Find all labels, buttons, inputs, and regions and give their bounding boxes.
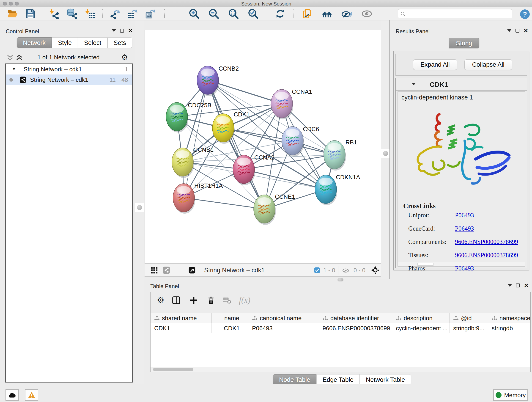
protein-node-CDC6[interactable] (282, 127, 303, 155)
results-panel-menu-icon[interactable] (507, 29, 511, 32)
protein-node-CCNE1[interactable] (254, 195, 275, 223)
column-header[interactable]: name (212, 313, 248, 323)
search-input[interactable] (408, 10, 510, 18)
control-panel-close-icon[interactable]: ✕ (128, 29, 133, 32)
results-panel-close-icon[interactable]: ✕ (524, 29, 528, 32)
zoom-fit-icon[interactable] (228, 8, 239, 19)
warning-icon (28, 391, 36, 399)
node-label-CCNB1: CCNB1 (193, 146, 214, 153)
memory-button[interactable]: Memory (493, 389, 528, 401)
protein-node-CCNA2[interactable] (233, 155, 254, 184)
compartments-link[interactable]: 9606.ENSP00000378699 (455, 238, 518, 245)
tab-sets[interactable]: Sets (108, 37, 132, 48)
collection-count: 1 (125, 64, 128, 75)
add-column-icon[interactable] (189, 296, 198, 305)
protein-node-CDK1[interactable] (212, 114, 234, 142)
hide-eye-icon[interactable] (341, 8, 352, 19)
tissues-link[interactable]: 9606.ENSP00000378699 (455, 252, 518, 259)
table-panel-float-icon[interactable] (516, 283, 520, 287)
zoom-in-icon[interactable] (189, 8, 200, 19)
column-header[interactable]: namespace (488, 313, 530, 323)
table-panel-menu-icon[interactable] (508, 284, 512, 287)
function-builder-icon[interactable]: f(x) (239, 295, 250, 305)
import-network-database-icon[interactable] (67, 8, 78, 19)
table-hscrollbar[interactable] (151, 367, 530, 372)
left-splitter[interactable] (135, 20, 144, 384)
table-hscroll-thumb[interactable] (153, 368, 193, 371)
column-header[interactable]: @id (450, 313, 488, 323)
export-network-icon[interactable] (109, 8, 120, 19)
open-session-icon[interactable] (7, 8, 18, 19)
export-image-icon[interactable] (145, 8, 156, 19)
save-session-icon[interactable] (25, 8, 36, 19)
horizontal-splitter-grip[interactable] (337, 278, 343, 281)
import-network-file-icon[interactable] (49, 8, 60, 19)
protein-node-HIST1H1A[interactable] (173, 184, 195, 212)
node-label-CCNA1: CCNA1 (292, 88, 312, 95)
tab-select[interactable]: Select (78, 37, 108, 48)
import-table-file-icon[interactable] (85, 8, 95, 19)
duplicate-documents-icon[interactable] (302, 8, 313, 19)
control-panel-menu-icon[interactable] (112, 29, 116, 32)
entry-collapse-icon[interactable] (412, 83, 416, 85)
help-icon[interactable]: ? (519, 9, 530, 20)
detach-view-icon[interactable] (188, 266, 196, 274)
protein-node-RB1[interactable] (324, 140, 345, 169)
collapse-all-button[interactable]: Collapse All (464, 59, 512, 70)
expand-all-button[interactable]: Expand All (413, 59, 457, 70)
genecard-link[interactable]: P06493 (455, 225, 474, 232)
network-collection-row[interactable]: ▼ String Network – cdk1 1 (6, 64, 132, 75)
tab-string[interactable]: String (449, 38, 479, 48)
delete-column-icon[interactable] (206, 296, 215, 305)
results-buttons-row: Expand All Collapse All (395, 54, 527, 76)
protein-node-CCNB1[interactable] (172, 148, 193, 176)
tab-style[interactable]: Style (52, 37, 78, 48)
network-share-gray-icon[interactable] (162, 266, 170, 274)
crosslinks-list: Uniprot: P06493 GeneCard: P06493 Compart… (408, 212, 522, 278)
left-splitter-grip[interactable] (135, 203, 144, 212)
network-canvas[interactable]: CCNB2CCNA1CDC25BCDK1CDC6RB1CCNB1CCNA2CDK… (145, 30, 381, 263)
protein-node-CDC25B[interactable] (166, 102, 188, 131)
network-options-gear-icon[interactable]: ⚙ (121, 53, 128, 61)
hidden-eye-icon[interactable] (342, 266, 350, 274)
column-header[interactable]: description (392, 313, 450, 323)
entry-header[interactable]: CDK1 (396, 78, 527, 90)
protein-node-CDKN1A[interactable] (315, 175, 336, 204)
grid-view-icon[interactable] (150, 266, 158, 274)
column-header[interactable]: shared name (151, 313, 212, 323)
results-panel-float-icon[interactable] (515, 29, 519, 32)
delete-table-icon[interactable] (222, 296, 232, 305)
refresh-icon[interactable] (275, 8, 286, 19)
cloud-button[interactable] (6, 389, 19, 401)
results-scrollbar[interactable] (398, 262, 525, 266)
column-header[interactable]: database identifier (319, 313, 392, 323)
columns-icon[interactable] (172, 296, 181, 305)
zoom-selected-icon[interactable] (248, 8, 259, 19)
tab-edge-table[interactable]: Edge Table (317, 374, 360, 385)
uniprot-link[interactable]: P06493 (455, 212, 474, 219)
table-panel-close-icon[interactable]: ✕ (524, 283, 529, 287)
control-panel-float-icon[interactable] (120, 29, 124, 32)
toolbar-separator (293, 9, 293, 18)
zoom-out-icon[interactable] (208, 8, 219, 19)
warning-button[interactable] (25, 389, 38, 401)
column-header[interactable]: canonical name (248, 313, 319, 323)
table-row[interactable]: CDK1 CDK1 P06493 9606.ENSP00000378699 cy… (151, 323, 530, 333)
protein-node-CCNA1[interactable] (271, 89, 293, 118)
houses-icon[interactable] (322, 8, 332, 19)
show-eye-icon[interactable] (361, 8, 372, 19)
tab-network[interactable]: Network (17, 37, 52, 48)
selected-checkbox-icon[interactable] (314, 267, 321, 274)
crosslinks-title: CrossLinks (403, 202, 436, 210)
network-row[interactable]: String Network – cdk1 11 48 (6, 75, 132, 85)
tab-node-table[interactable]: Node Table (273, 374, 317, 385)
entry-description: cyclin-dependent kinase 1 (401, 94, 473, 101)
right-splitter[interactable] (381, 20, 390, 279)
collection-collapse-icon[interactable]: ▼ (12, 64, 16, 74)
table-gear-icon[interactable]: ⚙ (156, 296, 165, 305)
birdseye-navigator-icon[interactable] (371, 266, 380, 274)
tab-network-table[interactable]: Network Table (360, 374, 411, 385)
export-table-icon[interactable] (127, 8, 138, 19)
network-graph[interactable]: CCNB2CCNA1CDC25BCDK1CDC6RB1CCNB1CCNA2CDK… (145, 30, 381, 263)
protein-node-CCNB2[interactable] (197, 66, 219, 95)
